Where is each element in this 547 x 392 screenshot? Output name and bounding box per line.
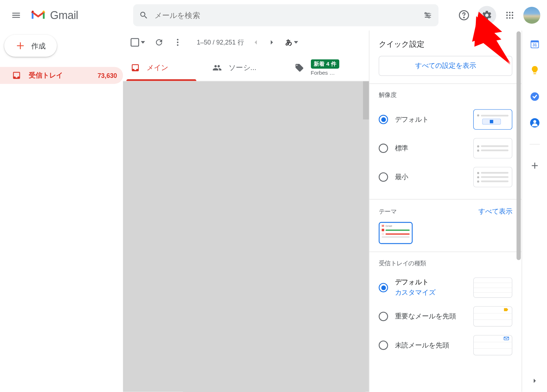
svg-point-6 [509,12,510,13]
tab-promotions[interactable]: 新着 4 件 Forbes … [287,54,369,81]
inbox-icon [130,63,140,72]
svg-point-13 [512,17,513,19]
search-input[interactable] [155,11,418,20]
keep-icon[interactable] [529,65,539,75]
search-icon [139,10,148,20]
help-icon[interactable] [455,6,473,25]
density-thumb-compact [473,167,512,187]
sidebar: 作成 受信トレイ 73,630 [0,31,123,392]
input-method-toggle[interactable]: あ [285,38,298,47]
app-name: Gmail [50,9,78,22]
search-bar[interactable] [133,4,439,26]
people-icon [213,63,222,72]
mail-list-area [123,81,369,392]
theme-section: テーマ すべて表示 MGmail [369,199,522,252]
calendar-icon[interactable]: 31 [529,39,539,49]
tab-primary-label: メイン [147,63,168,73]
radio-icon [379,144,388,153]
svg-point-23 [533,120,536,123]
account-avatar[interactable] [523,7,540,24]
nav-inbox-label: 受信トレイ [29,71,63,80]
svg-point-7 [512,12,513,13]
svg-point-10 [512,14,513,16]
nav-inbox[interactable]: 受信トレイ 73,630 [0,67,123,84]
density-compact[interactable]: 最小 [379,163,512,191]
prev-page-icon[interactable] [252,38,260,47]
refresh-icon[interactable] [155,38,164,47]
svg-point-11 [506,17,508,19]
svg-point-12 [509,17,510,19]
density-section-title: 解像度 [379,92,512,99]
inbox-type-unread[interactable]: 未読メールを先頭 [379,331,512,360]
select-all-checkbox[interactable] [130,38,145,47]
svg-rect-19 [531,41,538,42]
theme-view-all-link[interactable]: すべて表示 [478,207,512,216]
gmail-logo[interactable]: Gmail [31,9,128,22]
svg-point-9 [509,14,510,16]
radio-icon [379,115,388,124]
tab-social[interactable]: ソーシ... [205,54,287,81]
density-default[interactable]: デフォルト [379,105,512,134]
tab-promo-sub: Forbes … [311,70,340,76]
tasks-icon[interactable] [529,92,539,102]
svg-point-5 [506,12,508,13]
category-tabs: メイン ソーシ... 新着 4 件 Forbes … [123,54,369,81]
density-section: 解像度 デフォルト 標準 [369,83,522,199]
density-thumb-default [473,109,512,130]
svg-text:31: 31 [532,43,537,47]
svg-point-2 [428,17,430,18]
inbox-icon [12,71,21,80]
add-icon[interactable] [529,160,539,171]
apps-grid-icon[interactable] [500,6,519,25]
compose-button[interactable]: 作成 [4,35,57,57]
caret-down-icon [141,41,145,43]
inbox-thumb-default [473,277,512,298]
chevron-right-icon[interactable] [530,377,539,385]
quick-settings-panel: クイック設定 すべての設定を表示 解像度 デフォルト 標準 [369,31,522,392]
radio-icon [379,283,388,292]
tab-social-label: ソーシ... [229,63,256,73]
svg-point-8 [506,14,508,16]
inbox-thumb-unread [473,335,512,355]
settings-gear-icon[interactable] [478,6,496,25]
plus-icon [15,41,25,51]
nav-inbox-count: 73,630 [98,72,117,79]
contacts-icon[interactable] [529,118,539,128]
pager-text: 1–50 / 92,251 行 [197,38,244,46]
svg-point-15 [177,42,178,43]
next-page-icon[interactable] [267,38,276,47]
svg-point-14 [177,39,178,40]
all-settings-button[interactable]: すべての設定を表示 [379,56,512,76]
compose-label: 作成 [31,41,46,51]
theme-thumbnail[interactable]: MGmail [379,222,413,244]
tab-primary[interactable]: メイン [123,54,205,81]
inbox-type-section: 受信トレイの種類 デフォルト カスタマイズ 重要なメールを先頭 [369,252,522,367]
more-icon[interactable] [173,38,182,47]
svg-point-4 [464,17,464,18]
toolbar: 1–50 / 92,251 行 あ [123,31,369,54]
svg-point-1 [426,14,428,16]
tag-icon [295,63,304,72]
quick-settings-title: クイック設定 [369,31,522,56]
radio-icon [379,341,388,350]
inbox-type-important[interactable]: 重要なメールを先頭 [379,302,512,331]
scrollbar[interactable] [363,81,369,120]
inbox-type-default[interactable]: デフォルト カスタマイズ [379,273,512,302]
theme-section-title: テーマ [379,208,397,215]
svg-point-16 [177,44,178,46]
inbox-thumb-important [473,306,512,327]
customize-link[interactable]: カスタマイズ [395,289,466,298]
density-standard[interactable]: 標準 [379,134,512,163]
main-pane: 1–50 / 92,251 行 あ メイン ソーシ... [123,31,369,392]
radio-icon [379,312,388,321]
side-panel: 31 [521,31,547,392]
radio-icon [379,172,388,182]
inbox-type-section-title: 受信トレイの種類 [379,260,512,267]
scrollbar[interactable] [516,31,521,260]
tab-promo-badge: 新着 4 件 [311,59,340,69]
hamburger-menu-icon[interactable] [7,6,26,25]
search-options-icon[interactable] [423,10,433,20]
density-thumb-standard [473,138,512,159]
svg-point-0 [425,13,426,14]
header: Gmail [0,0,547,31]
